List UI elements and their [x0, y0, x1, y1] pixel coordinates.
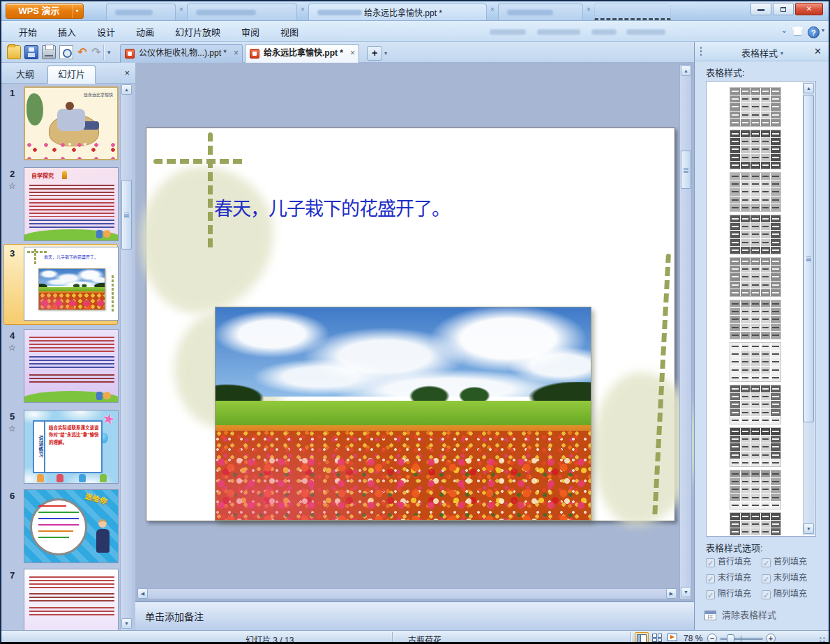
wps-app-button[interactable]: WPS 演示 ▾ — [6, 3, 84, 19]
save-icon[interactable] — [24, 45, 38, 59]
slide-thumbnail[interactable]: 自学探究 — [24, 167, 119, 241]
print-preview-icon[interactable] — [59, 45, 73, 59]
zoom-in-button[interactable]: + — [766, 634, 776, 643]
close-panel-icon[interactable]: × — [124, 68, 130, 78]
chevron-down-icon[interactable]: ▾ — [780, 50, 783, 56]
menu-item[interactable]: 插入 — [47, 21, 86, 43]
chevron-down-icon[interactable]: ▾ — [384, 50, 387, 56]
document-tab[interactable]: 给永远比拿愉快.ppt *× — [245, 44, 359, 63]
scroll-up-icon[interactable]: ▲ — [803, 83, 814, 93]
clear-table-style-button[interactable]: 清除表格样式 — [704, 608, 776, 622]
redo-icon[interactable]: ↷ — [89, 45, 103, 59]
new-browser-tab[interactable] — [594, 3, 671, 20]
table-style-option-checkbox[interactable]: ✓末行填充 — [706, 571, 762, 587]
scroll-right-icon[interactable]: ▶ — [666, 588, 677, 599]
print-icon[interactable] — [42, 45, 56, 59]
table-style-thumbnail[interactable] — [730, 428, 780, 466]
table-style-thumbnail[interactable] — [730, 513, 780, 535]
scrollbar-thumb[interactable] — [121, 180, 132, 250]
zoom-out-button[interactable]: − — [707, 634, 717, 643]
tab-slides[interactable]: 幻灯片 — [47, 66, 96, 84]
scroll-down-icon[interactable]: ▼ — [121, 618, 132, 629]
chevron-down-icon[interactable]: ▾ — [822, 27, 824, 33]
table-style-thumbnail[interactable] — [730, 343, 780, 381]
horizontal-scrollbar[interactable]: ◀ ▶ — [137, 588, 678, 599]
scrollbar-thumb[interactable] — [681, 151, 691, 189]
slide-thumbnail[interactable]: ★说话练习结合实际或联系课文谈谈你对“给”永远比“拿”愉快的理解。 — [24, 410, 119, 484]
close-tab-icon[interactable]: × — [234, 45, 239, 62]
flower-field-image[interactable] — [215, 307, 591, 521]
notes-placeholder[interactable]: 单击添加备注 — [145, 609, 204, 623]
table-style-thumbnail[interactable] — [730, 300, 780, 339]
menu-item[interactable]: 设计 — [86, 21, 126, 43]
table-style-cell — [761, 393, 771, 400]
table-style-option-checkbox[interactable]: ✓隔列填充 — [762, 587, 817, 603]
close-tab-icon[interactable]: × — [179, 6, 183, 13]
close-pane-icon[interactable]: ✕ — [814, 46, 822, 56]
slide-thumbnail[interactable] — [24, 569, 119, 630]
slide-thumbnail[interactable] — [24, 329, 119, 403]
document-tab[interactable]: 公仪休拒收礼物...).ppt *× — [120, 44, 243, 63]
tab-outline[interactable]: 大纲 — [6, 66, 45, 84]
zoom-slider-thumb[interactable] — [727, 634, 734, 643]
close-tab-icon[interactable]: × — [490, 6, 495, 13]
table-style-thumbnail[interactable] — [730, 258, 780, 296]
maximize-button[interactable] — [773, 3, 794, 15]
minimize-button[interactable]: ▬ — [750, 3, 771, 15]
slide-thumbnail[interactable]: 送给你 — [24, 489, 119, 563]
table-style-cell — [761, 513, 771, 520]
notes-pane[interactable]: 单击添加备注 — [135, 601, 694, 630]
close-button[interactable]: ✕ — [795, 3, 823, 15]
table-style-thumbnail[interactable] — [730, 470, 780, 509]
menu-item[interactable]: 视图 — [270, 21, 309, 43]
menu-item[interactable]: 幻灯片放映 — [165, 21, 231, 43]
help-icon[interactable]: ? — [808, 26, 820, 38]
resize-grip[interactable] — [819, 636, 826, 643]
vertical-scrollbar[interactable]: ▲ ▼ — [679, 64, 692, 599]
scroll-left-icon[interactable]: ◀ — [137, 588, 148, 599]
skin-tshirt-icon[interactable] — [792, 26, 803, 36]
slide-thumbnail[interactable]: 春天，儿子栽下的花盛开了。 — [24, 247, 119, 321]
browser-tab[interactable] — [498, 3, 583, 20]
scroll-up-icon[interactable]: ▲ — [121, 84, 132, 95]
table-style-option-checkbox[interactable]: ✓隔行填充 — [706, 587, 762, 603]
table-style-cell — [730, 300, 740, 307]
toolbar-options-caret-icon[interactable]: ▾ — [107, 49, 111, 56]
scrollbar-thumb[interactable] — [803, 95, 814, 422]
menu-item[interactable]: 开始 — [8, 21, 47, 43]
open-file-icon[interactable] — [7, 45, 21, 59]
left-panel-scrollbar[interactable]: ▲ ▼ — [120, 84, 132, 630]
browser-tab[interactable] — [106, 3, 176, 20]
slideshow-button[interactable] — [666, 632, 680, 644]
browser-tab[interactable] — [187, 3, 297, 20]
scroll-up-icon[interactable]: ▲ — [681, 66, 691, 76]
undo-icon[interactable]: ↶ — [75, 45, 89, 59]
table-style-thumbnail[interactable] — [730, 88, 780, 126]
chevron-down-icon[interactable]: ⌄ — [781, 26, 787, 35]
slide-title-text[interactable]: 春天，儿子栽下的花盛开了。 — [193, 194, 471, 221]
table-style-cell — [761, 258, 771, 265]
slide-sorter-view-button[interactable] — [651, 632, 665, 644]
table-style-option-checkbox[interactable]: ✓首行填充 — [706, 555, 762, 571]
menu-item[interactable]: 审阅 — [231, 21, 270, 43]
table-style-thumbnail[interactable] — [730, 130, 780, 169]
maximize-icon — [780, 7, 786, 12]
chevron-down-icon[interactable]: ▾ — [73, 4, 81, 18]
close-tab-icon[interactable]: × — [350, 45, 355, 62]
table-style-thumbnail[interactable] — [730, 385, 780, 424]
slide-thumbnail[interactable]: 给永远比拿愉快 — [24, 86, 119, 160]
new-document-tab-button[interactable]: + — [367, 46, 382, 61]
list-scrollbar[interactable]: ▲ ▼ — [803, 82, 815, 535]
table-style-cell — [730, 138, 740, 145]
slide-canvas[interactable]: 春天，儿子栽下的花盛开了。 — [146, 128, 675, 521]
table-style-thumbnail[interactable] — [730, 215, 780, 254]
scroll-down-icon[interactable]: ▼ — [803, 523, 814, 534]
table-style-option-checkbox[interactable]: ✓末列填充 — [762, 571, 817, 587]
close-tab-icon[interactable]: × — [587, 6, 591, 13]
menu-item[interactable]: 动画 — [126, 21, 165, 43]
table-style-thumbnail[interactable] — [730, 173, 780, 211]
scroll-down-icon[interactable]: ▼ — [681, 587, 691, 597]
normal-view-button[interactable] — [635, 632, 649, 644]
table-style-option-checkbox[interactable]: ✓首列填充 — [762, 555, 817, 571]
close-tab-icon[interactable]: × — [301, 6, 305, 13]
